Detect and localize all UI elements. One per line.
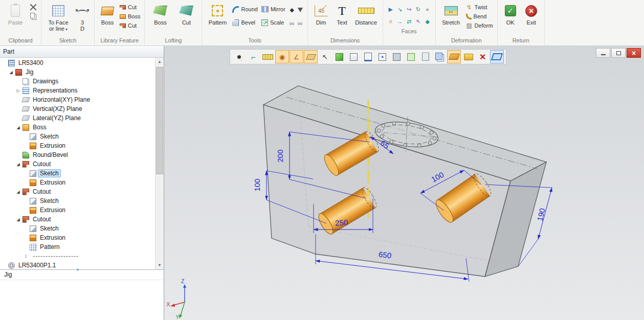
part-block[interactable] (263, 86, 546, 277)
tree-item-boss[interactable]: ◢Boss (0, 123, 155, 132)
collapse-icon[interactable]: ◢ (15, 125, 21, 130)
close-button[interactable]: × (627, 48, 641, 58)
tree-item-lr53400[interactable]: LR53400 (0, 58, 155, 67)
face-move-icon[interactable]: → (396, 18, 404, 25)
select-edge-icon[interactable] (361, 50, 375, 63)
select-solid-icon[interactable] (390, 50, 404, 63)
text-button[interactable]: T Text (333, 1, 351, 26)
to-face-button[interactable]: To Face or line▾ (45, 1, 72, 33)
select-face-icon[interactable] (347, 50, 361, 63)
stretch-button[interactable]: Stretch (439, 1, 463, 26)
collapse-icon[interactable]: ◢ (15, 190, 21, 194)
ok-button[interactable]: OK (501, 1, 520, 26)
tree-item-label: Sketch (38, 224, 61, 233)
splitter-handle-icon[interactable]: ▴ (77, 267, 79, 271)
bend-button[interactable]: Bend (465, 12, 494, 20)
copy-button[interactable] (29, 12, 38, 20)
collapse-icon[interactable]: ◢ (8, 70, 14, 75)
face-chevron-icon[interactable]: » (424, 6, 432, 13)
select-body-icon[interactable] (332, 50, 346, 63)
face-arrow-1-icon[interactable]: ▶ (387, 6, 395, 13)
tree-item-extrusion[interactable]: Extrusion (0, 205, 155, 215)
deform-button[interactable]: Deform (465, 21, 494, 30)
active-part-label[interactable]: Jig (0, 270, 164, 280)
distance-button[interactable]: Distance (353, 1, 380, 26)
chain-icon[interactable]: ∞ (298, 19, 302, 27)
paste-button[interactable]: Paste (3, 1, 28, 26)
tree-item-extrusion[interactable]: Extrusion (0, 141, 155, 150)
cut-button[interactable] (29, 3, 38, 11)
face-swap-icon[interactable]: ⇄ (405, 18, 413, 25)
tree-item-representations[interactable]: ▷Representations (0, 86, 155, 95)
collapse-icon[interactable]: ◢ (15, 162, 21, 167)
face-arrow-3-icon[interactable]: ↪ (405, 6, 413, 13)
link-icon[interactable]: ∞ (290, 19, 294, 27)
round-button[interactable]: Round (231, 5, 258, 13)
twist-button[interactable]: Twist (465, 3, 494, 11)
tree-item-horizontal-xy-plane[interactable]: Horizontal(XY) Plane (0, 95, 155, 104)
scale-button[interactable]: Scale (260, 18, 286, 27)
sheet-icon[interactable] (418, 50, 432, 63)
tree-item-vertical-xz-plane[interactable]: Vertical(XZ) Plane (0, 104, 155, 113)
pin-icon[interactable] (232, 50, 246, 63)
tree-item-pattern[interactable]: Pattern (0, 242, 155, 252)
scroll-up-icon[interactable]: ▲ (156, 58, 164, 66)
surface-icon[interactable] (447, 50, 461, 63)
lofting-boss-label: Boss (154, 19, 166, 26)
jig-icon (15, 69, 22, 76)
dim-button[interactable]: 45 Dim (311, 1, 331, 26)
lofting-boss-button[interactable]: Boss (148, 1, 172, 26)
expand-icon[interactable]: ▷ (15, 88, 21, 93)
tree-item-round-bevel[interactable]: Round/Bevel (0, 150, 155, 159)
library-boss-small-button[interactable]: Boss (119, 12, 141, 20)
mirror-button[interactable]: Mirror (260, 5, 286, 13)
tree-item-extrusion[interactable]: Extrusion (0, 178, 155, 187)
library-boss-button[interactable]: Boss (98, 1, 117, 26)
tree-item-sketch[interactable]: Sketch (0, 224, 155, 233)
gem-icon[interactable]: ◆ (290, 7, 294, 13)
tree-item-cutout[interactable]: ◢Cutout (0, 187, 155, 196)
exit-button[interactable]: Exit (522, 1, 541, 26)
tree-item-lateral-yz-plane[interactable]: Lateral(YZ) Plane (0, 113, 155, 123)
face-arrow-2-icon[interactable]: ↘ (396, 6, 404, 13)
tree-item-extrusion[interactable]: Extrusion (0, 233, 155, 242)
plumb-icon[interactable] (298, 8, 303, 12)
collapse-icon[interactable]: ◢ (15, 217, 21, 222)
tree-scrollbar[interactable]: ▲ ▼ (155, 58, 164, 269)
select-green-icon[interactable] (404, 50, 418, 63)
bevel-button[interactable]: Bevel (231, 18, 258, 27)
tree-item-drawings[interactable]: Drawings (0, 77, 155, 86)
lofting-cut-button[interactable]: Cut (174, 1, 198, 26)
face-rotate-icon[interactable]: ↻ (414, 6, 423, 13)
snap-point-icon[interactable] (275, 50, 289, 63)
face-pull-icon[interactable]: ↖ (414, 18, 423, 25)
face-diamond-icon[interactable]: ◆ (424, 18, 432, 25)
select-vertex-icon[interactable] (375, 50, 389, 63)
pattern-button[interactable]: Pattern (205, 1, 230, 26)
snap-axis-icon[interactable] (290, 50, 303, 63)
scroll-down-icon[interactable]: ▼ (156, 261, 164, 269)
face-bars-icon[interactable]: ≡ (387, 18, 395, 25)
library-cut-top-button[interactable]: Cut (119, 3, 141, 11)
plane-swap-icon[interactable] (490, 50, 504, 63)
tree-item-jig[interactable]: ◢Jig (0, 67, 155, 77)
measure-angle-icon[interactable] (247, 50, 260, 63)
tree-item-cutout[interactable]: ◢Cutout (0, 215, 155, 224)
minimize-button[interactable] (596, 48, 610, 58)
folder-icon[interactable] (461, 50, 475, 63)
sketch-3d-button[interactable]: 3 D (74, 1, 91, 32)
layers-icon[interactable] (433, 50, 447, 63)
scrollbar-thumb[interactable] (156, 67, 163, 174)
snap-plane-icon[interactable] (304, 50, 318, 63)
delete-red-icon[interactable] (476, 50, 490, 63)
tree-item-sketch[interactable]: Sketch (0, 169, 155, 178)
tree-item-cutout[interactable]: ◢Cutout (0, 159, 155, 169)
tree-item-[interactable]: ↕------------------ (0, 252, 155, 261)
maximize-button[interactable] (611, 48, 626, 58)
viewport-3d[interactable]: 200 100 65 100 250 190 650 Z X Y (164, 46, 644, 320)
tree-item-sketch[interactable]: Sketch (0, 196, 155, 205)
ruler-icon[interactable] (261, 50, 275, 63)
select-filter-icon[interactable] (318, 50, 332, 63)
library-cut-bottom-button[interactable]: Cut (119, 21, 141, 30)
tree-item-sketch[interactable]: Sketch (0, 132, 155, 141)
